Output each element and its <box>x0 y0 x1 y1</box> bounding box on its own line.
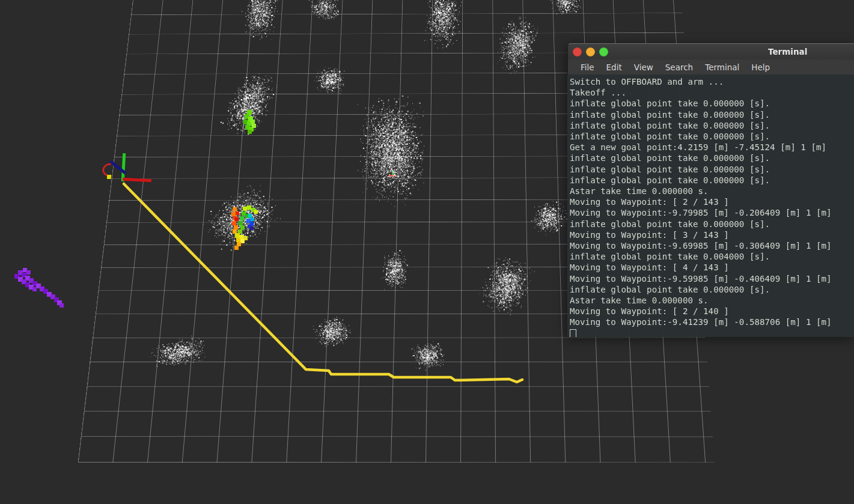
terminal-line: Get a new goal point:4.2159 [m] -7.45124… <box>570 142 854 153</box>
terminal-line: Takeoff ... <box>570 87 854 98</box>
menu-item-help[interactable]: Help <box>745 61 776 73</box>
terminal-window[interactable]: Terminal FileEditViewSearchTerminalHelp … <box>567 43 854 337</box>
menu-item-file[interactable]: File <box>575 61 600 73</box>
terminal-titlebar[interactable]: Terminal <box>567 43 854 59</box>
window-controls <box>573 47 608 56</box>
terminal-line: inflate global point take 0.000000 [s]. <box>570 98 854 109</box>
terminal-line: inflate global point take 0.000000 [s]. <box>570 153 854 163</box>
menu-item-edit[interactable]: Edit <box>600 61 628 73</box>
terminal-line: Moving to Waypoint: [ 3 / 143 ] <box>570 229 854 240</box>
terminal-line: Astar take time 0.000000 s. <box>570 295 854 306</box>
minimize-button[interactable] <box>586 47 595 56</box>
terminal-line: inflate global point take 0.000000 [s]. <box>570 120 854 131</box>
terminal-line: Moving to Waypoint:-9.41239 [m] -0.58870… <box>570 317 854 327</box>
terminal-line: Moving to Waypoint:-9.59985 [m] -0.40640… <box>570 273 854 284</box>
path-polyline <box>124 184 522 382</box>
terminal-line: inflate global point take 0.004000 [s]. <box>570 251 854 262</box>
terminal-line: Moving to Waypoint: [ 2 / 140 ] <box>570 306 854 317</box>
close-button[interactable] <box>573 47 582 56</box>
terminal-line: inflate global point take 0.000000 [s]. <box>570 164 854 175</box>
terminal-output[interactable]: Switch to OFFBOARD and arm ...Takeoff ..… <box>567 74 854 337</box>
maximize-button[interactable] <box>599 47 608 56</box>
terminal-line: Moving to Waypoint: [ 4 / 143 ] <box>570 262 854 273</box>
terminal-line: inflate global point take 0.000000 [s]. <box>570 284 854 295</box>
terminal-line: Moving to Waypoint:-9.79985 [m] -0.20640… <box>570 207 854 218</box>
terminal-line: inflate global point take 0.000000 [s]. <box>570 219 854 229</box>
terminal-line: inflate global point take 0.000000 [s]. <box>570 109 854 120</box>
terminal-cursor <box>570 329 576 337</box>
terminal-line: Moving to Waypoint:-9.69985 [m] -0.30640… <box>570 240 854 251</box>
terminal-line: Moving to Waypoint: [ 2 / 143 ] <box>570 196 854 207</box>
menu-item-search[interactable]: Search <box>659 61 699 73</box>
menu-item-terminal[interactable]: Terminal <box>699 61 745 73</box>
terminal-line: Astar take time 0.000000 s. <box>570 186 854 196</box>
terminal-line: inflate global point take 0.000000 [s]. <box>570 175 854 186</box>
desktop: Terminal FileEditViewSearchTerminalHelp … <box>0 0 854 504</box>
terminal-menubar: FileEditViewSearchTerminalHelp <box>567 59 854 74</box>
window-title: Terminal <box>768 47 807 56</box>
terminal-line: inflate global point take 0.000000 [s]. <box>570 131 854 142</box>
menu-item-view[interactable]: View <box>628 61 659 73</box>
terminal-line: Switch to OFFBOARD and arm ... <box>570 76 854 87</box>
